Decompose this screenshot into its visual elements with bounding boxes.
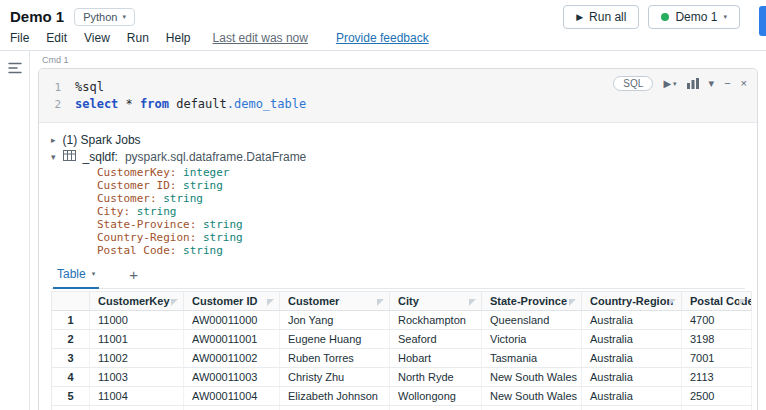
minimize-icon[interactable]: − bbox=[724, 78, 730, 89]
column-header-city[interactable]: City bbox=[390, 292, 482, 311]
column-header-postal-code[interactable]: Postal Code bbox=[682, 292, 752, 311]
menu-item-run[interactable]: Run bbox=[127, 31, 149, 45]
table-cell: 4700 bbox=[682, 311, 752, 330]
menu-item-file[interactable]: File bbox=[10, 31, 29, 45]
sort-icon bbox=[171, 299, 178, 306]
sort-icon bbox=[569, 299, 576, 306]
chevron-down-icon: ▾ bbox=[122, 13, 126, 21]
dataframe-name: _sqldf: bbox=[83, 150, 118, 164]
chevron-down-icon[interactable]: ▾ bbox=[709, 78, 715, 89]
dataframe-toggle[interactable]: ▾ _sqldf: bbox=[51, 150, 745, 164]
chart-icon[interactable] bbox=[687, 78, 699, 89]
cluster-label: Demo 1 bbox=[675, 10, 717, 24]
table-cell: Australia bbox=[582, 406, 682, 410]
row-number-header bbox=[52, 292, 90, 311]
right-edge-button[interactable] bbox=[759, 6, 766, 36]
table-row: 311002AW00011002Ruben TorresHobartTasman… bbox=[52, 349, 752, 368]
code-editor[interactable]: 1%sql2select * from default.demo_table S… bbox=[39, 69, 757, 123]
notebook-body: Cmd 1 1%sql2select * from default.demo_t… bbox=[0, 51, 766, 410]
column-header-state-province[interactable]: State-Province bbox=[482, 292, 582, 311]
table-cell: AW00011000 bbox=[184, 311, 280, 330]
results-table-container: CustomerKeyCustomer IDCustomerCityState-… bbox=[51, 291, 745, 410]
tab-table-label: Table bbox=[57, 267, 86, 281]
table-cell: Rockhampton bbox=[390, 311, 482, 330]
results-table: CustomerKeyCustomer IDCustomerCityState-… bbox=[51, 291, 752, 410]
spark-jobs-toggle[interactable]: ▸ (1) Spark Jobs bbox=[51, 131, 745, 149]
row-number-cell: 2 bbox=[52, 330, 90, 349]
play-icon: ▶ bbox=[576, 12, 583, 22]
language-selector-label: Python bbox=[83, 11, 117, 23]
sort-icon bbox=[377, 299, 384, 306]
menu-item-help[interactable]: Help bbox=[166, 31, 191, 45]
table-row: 511004AW00011004Elizabeth JohnsonWollong… bbox=[52, 387, 752, 406]
table-cell: North Ryde bbox=[390, 368, 482, 387]
schema-field: State-Province: string bbox=[97, 218, 745, 231]
column-header-customerkey[interactable]: CustomerKey bbox=[90, 292, 184, 311]
table-cell: 11002 bbox=[90, 349, 184, 368]
last-edit-link[interactable]: Last edit was now bbox=[213, 31, 308, 45]
add-visualization-button[interactable]: + bbox=[123, 266, 144, 288]
table-cell: Victoria bbox=[482, 330, 582, 349]
results-table-header-row: CustomerKeyCustomer IDCustomerCityState-… bbox=[52, 292, 752, 311]
menu-item-view[interactable]: View bbox=[84, 31, 110, 45]
run-all-label: Run all bbox=[589, 10, 626, 24]
table-cell: AW00011002 bbox=[184, 349, 280, 368]
column-header-country-region[interactable]: Country-Region bbox=[582, 292, 682, 311]
table-cell: Julio Ruiz bbox=[280, 406, 390, 410]
table-cell: Wollongong bbox=[390, 387, 482, 406]
row-number-cell: 5 bbox=[52, 387, 90, 406]
table-grid-icon bbox=[63, 150, 76, 164]
language-selector[interactable]: Python ▾ bbox=[74, 8, 135, 26]
menu-item-edit[interactable]: Edit bbox=[46, 31, 67, 45]
row-number-cell: 1 bbox=[52, 311, 90, 330]
cluster-selector[interactable]: Demo 1 ▾ bbox=[648, 5, 740, 29]
close-icon[interactable]: × bbox=[741, 78, 747, 89]
table-cell: 3198 bbox=[682, 330, 752, 349]
feedback-link[interactable]: Provide feedback bbox=[336, 31, 429, 45]
schema-field: Customer: string bbox=[97, 192, 745, 205]
schema-field: Country-Region: string bbox=[97, 231, 745, 244]
table-cell: Hobart bbox=[390, 349, 482, 368]
table-cell: AW00011003 bbox=[184, 368, 280, 387]
table-cell: Australia bbox=[582, 387, 682, 406]
column-header-customer[interactable]: Customer bbox=[280, 292, 390, 311]
code-line: 2select * from default.demo_table bbox=[39, 96, 757, 113]
schema-field: CustomerKey: integer bbox=[97, 166, 745, 179]
table-cell: Tasmania bbox=[482, 349, 582, 368]
table-cell: AW00011004 bbox=[184, 387, 280, 406]
chevron-down-icon: ▾ bbox=[51, 152, 56, 162]
table-cell: Australia bbox=[582, 349, 682, 368]
table-cell: Australia bbox=[582, 330, 682, 349]
tab-table[interactable]: Table ▾ bbox=[53, 263, 99, 289]
language-badge[interactable]: SQL bbox=[613, 76, 653, 91]
run-all-button[interactable]: ▶ Run all bbox=[563, 5, 639, 29]
schema-field: City: string bbox=[97, 205, 745, 218]
table-cell: 11001 bbox=[90, 330, 184, 349]
table-cell: 2113 bbox=[682, 368, 752, 387]
dataframe-type: pyspark.sql.dataframe.DataFrame bbox=[125, 150, 306, 164]
sort-icon bbox=[267, 299, 274, 306]
code-text: %sql bbox=[75, 79, 104, 96]
line-number: 2 bbox=[39, 96, 75, 113]
notebook-header: Demo 1 Python ▾ ▶ Run all Demo 1 ▾ bbox=[0, 0, 766, 28]
code-text: select * from default.demo_table bbox=[75, 96, 306, 113]
chevron-down-icon: ▾ bbox=[723, 13, 727, 21]
table-of-contents-icon[interactable] bbox=[8, 60, 22, 78]
cell-label: Cmd 1 bbox=[42, 55, 758, 65]
table-cell: Australia bbox=[582, 368, 682, 387]
run-cell-button[interactable]: ▶ ▾ bbox=[663, 79, 676, 89]
table-cell: 11005 bbox=[90, 406, 184, 410]
results-table-body: 111000AW00011000Jon YangRockhamptonQueen… bbox=[52, 311, 752, 410]
table-cell: Seaford bbox=[390, 330, 482, 349]
menu-bar: FileEditViewRunHelp Last edit was now Pr… bbox=[0, 28, 766, 51]
chevron-down-icon: ▾ bbox=[92, 270, 96, 278]
table-row: 111000AW00011000Jon YangRockhamptonQueen… bbox=[52, 311, 752, 330]
menu-items: FileEditViewRunHelp bbox=[10, 31, 191, 45]
schema-field: Customer ID: string bbox=[97, 179, 745, 192]
table-row: 611005AW00011005Julio RuizEast BrisbaneQ… bbox=[52, 406, 752, 410]
table-cell: Ruben Torres bbox=[280, 349, 390, 368]
table-cell: 11004 bbox=[90, 387, 184, 406]
column-header-customer-id[interactable]: Customer ID bbox=[184, 292, 280, 311]
table-cell: Christy Zhu bbox=[280, 368, 390, 387]
notebook-page: Demo 1 Python ▾ ▶ Run all Demo 1 ▾ FileE… bbox=[0, 0, 766, 410]
